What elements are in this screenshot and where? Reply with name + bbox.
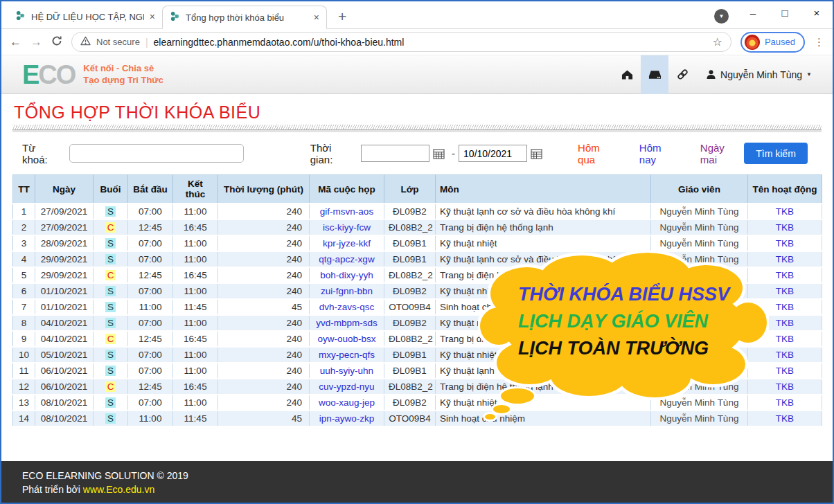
search-button[interactable]: Tìm kiếm xyxy=(744,143,808,164)
meeting-code-link[interactable]: boh-dixy-yyh xyxy=(320,270,373,280)
bubble-line: LỊCH TOÀN TRƯỜNG xyxy=(518,335,729,362)
meeting-code-link[interactable]: qtg-apcz-xgw xyxy=(319,254,374,264)
cell-giao_vien: Nguyễn Minh Tùng xyxy=(651,219,748,235)
menu-kebab-icon[interactable]: ⋮ xyxy=(814,36,824,48)
cell-mon: Kỹ thuật lạnh cơ sở và điều hòa không kh… xyxy=(436,204,651,219)
cell-bat_dau: 11:00 xyxy=(128,411,173,426)
meeting-code-link[interactable]: cuv-ypzd-nyu xyxy=(319,381,374,392)
cell-lop: ĐL08B2_2 xyxy=(384,331,436,347)
cell-giao_vien: Nguyễn Minh Tùng xyxy=(651,411,748,426)
link-icon[interactable] xyxy=(668,55,696,94)
activity-link[interactable]: TKB xyxy=(776,366,794,376)
meeting-code-link[interactable]: oyw-ouob-bsx xyxy=(317,334,375,344)
activity-link[interactable]: TKB xyxy=(776,397,794,408)
cell-ma[interactable]: dvh-zavs-qsc xyxy=(310,299,384,315)
meeting-code-link[interactable]: gif-msvn-aos xyxy=(320,206,373,217)
cell-ma[interactable]: oyw-ouob-bsx xyxy=(310,331,384,347)
cell-ma[interactable]: isc-kiyy-fcw xyxy=(310,219,384,235)
activity-link[interactable]: TKB xyxy=(776,254,794,264)
address-bar[interactable]: Not secure | elearningdttec.phanmemdaota… xyxy=(71,32,731,52)
quick-link[interactable]: Hôm qua xyxy=(578,142,620,165)
activity-link[interactable]: TKB xyxy=(776,318,794,328)
cell-thoi_luong: 240 xyxy=(218,251,310,267)
activity-link[interactable]: TKB xyxy=(776,270,794,280)
new-tab-button[interactable]: + xyxy=(338,9,346,24)
back-icon[interactable]: ← xyxy=(10,36,21,48)
cell-hoat_dong[interactable]: TKB xyxy=(748,411,822,426)
meeting-code-link[interactable]: isc-kiyy-fcw xyxy=(323,222,371,233)
url-text[interactable]: elearningdttec.phanmemdaotao.com/u/thoi-… xyxy=(154,37,707,48)
activity-link[interactable]: TKB xyxy=(776,350,794,360)
keyword-input[interactable] xyxy=(69,144,244,163)
reload-icon[interactable] xyxy=(51,35,62,49)
cell-ma[interactable]: qtg-apcz-xgw xyxy=(310,251,384,267)
col-header-ket-thuc: Kết thúc xyxy=(173,175,218,204)
cell-hoat_dong[interactable]: TKB xyxy=(748,235,822,251)
security-label[interactable]: Not secure xyxy=(96,37,140,47)
session-badge: S xyxy=(105,286,116,296)
activity-link[interactable]: TKB xyxy=(776,238,794,249)
minimize-button[interactable]: – xyxy=(737,1,769,24)
cell-ma[interactable]: kpr-jyze-kkf xyxy=(310,235,384,251)
bookmark-star-icon[interactable]: ☆ xyxy=(713,35,722,48)
meeting-code-link[interactable]: yvd-mbpm-sds xyxy=(316,318,378,328)
maximize-button[interactable]: □ xyxy=(769,1,801,24)
home-icon[interactable] xyxy=(613,55,641,94)
cell-tt: 3 xyxy=(13,235,35,251)
date-from-input[interactable] xyxy=(361,145,429,162)
cell-ma[interactable]: ipn-aywo-zkp xyxy=(310,411,384,426)
eco-logo[interactable]: ECO Kết nối - Chia sẻ Tạo dựng Tri Thức xyxy=(22,62,163,88)
tab-close-icon[interactable]: × xyxy=(314,12,319,23)
activity-link[interactable]: TKB xyxy=(776,334,794,344)
meeting-code-link[interactable]: woo-xaug-jep xyxy=(319,397,375,408)
calendar-icon[interactable] xyxy=(531,148,542,159)
cell-bat_dau: 12:45 xyxy=(128,267,173,283)
cell-ma[interactable]: gif-msvn-aos xyxy=(310,204,384,219)
tab-he-du-lieu[interactable]: HỆ DỮ LIỆU HỌC TẬP, NGHIÊN C × xyxy=(8,5,162,28)
activity-link[interactable]: TKB xyxy=(776,302,794,312)
activity-link[interactable]: TKB xyxy=(776,222,794,233)
device-icon[interactable] xyxy=(641,55,668,94)
meeting-code-link[interactable]: mxy-pecn-qfs xyxy=(319,350,375,360)
cell-ma[interactable]: cuv-ypzd-nyu xyxy=(310,379,384,395)
cell-ngay: 01/10/2021 xyxy=(35,299,94,315)
cell-ma[interactable]: uuh-syiy-uhn xyxy=(310,363,384,379)
forward-icon[interactable]: → xyxy=(30,36,42,48)
cell-hoat_dong[interactable]: TKB xyxy=(748,204,822,219)
filter-bar: Từ khoá: Thời gian: - Hôm quaHôm nayNgày… xyxy=(12,143,822,164)
cell-ngay: 27/09/2021 xyxy=(35,204,94,219)
meeting-code-link[interactable]: zui-fgnn-bbn xyxy=(321,286,373,296)
page-title: TỔNG HỢP THỜI KHÓA BIỂU xyxy=(14,102,822,123)
calendar-icon[interactable] xyxy=(433,148,445,159)
tab-tong-hop-tkb[interactable]: Tổng hợp thời khóa biểu × xyxy=(162,6,327,29)
cell-ma[interactable]: mxy-pecn-qfs xyxy=(310,347,384,363)
activity-link[interactable]: TKB xyxy=(776,206,794,217)
media-controls-button[interactable]: ▼ xyxy=(714,9,729,24)
meeting-code-link[interactable]: uuh-syiy-uhn xyxy=(320,366,373,376)
close-button[interactable]: × xyxy=(801,1,833,24)
cell-buoi: S xyxy=(94,251,128,267)
cell-ma[interactable]: boh-dixy-yyh xyxy=(310,267,384,283)
col-header-bat-dau: Bắt đầu xyxy=(128,175,173,204)
activity-link[interactable]: TKB xyxy=(776,381,794,392)
tab-close-icon[interactable]: × xyxy=(150,11,155,22)
footer-link[interactable]: www.Eco.edu.vn xyxy=(83,484,155,495)
user-menu[interactable]: Nguyễn Minh Tùng ▼ xyxy=(696,69,819,80)
meeting-code-link[interactable]: dvh-zavs-qsc xyxy=(319,302,375,312)
cell-hoat_dong[interactable]: TKB xyxy=(748,219,822,235)
quick-link[interactable]: Hôm nay xyxy=(639,142,681,165)
session-badge: S xyxy=(105,318,116,328)
meeting-code-link[interactable]: kpr-jyze-kkf xyxy=(323,238,371,249)
sync-paused-badge[interactable]: Paused xyxy=(740,32,805,53)
cell-ma[interactable]: woo-xaug-jep xyxy=(310,395,384,411)
activity-link[interactable]: TKB xyxy=(776,413,794,424)
cell-ma[interactable]: zui-fgnn-bbn xyxy=(310,283,384,299)
session-badge: S xyxy=(105,397,116,408)
window-controls: – □ × xyxy=(737,1,833,24)
quick-link[interactable]: Ngày mai xyxy=(700,142,744,165)
chevron-down-icon: ▼ xyxy=(806,71,812,78)
meeting-code-link[interactable]: ipn-aywo-zkp xyxy=(319,413,375,424)
cell-ma[interactable]: yvd-mbpm-sds xyxy=(310,315,384,331)
activity-link[interactable]: TKB xyxy=(776,286,794,296)
date-to-input[interactable] xyxy=(459,145,527,162)
